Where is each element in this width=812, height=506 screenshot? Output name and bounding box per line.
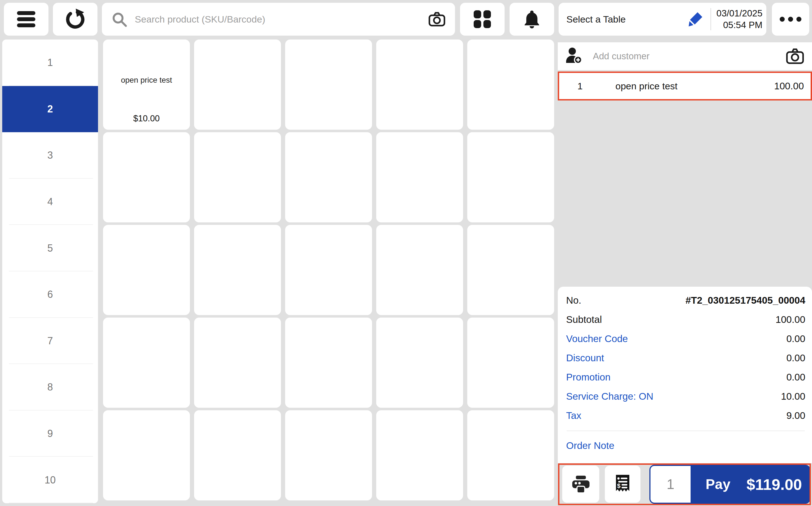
- table-selector[interactable]: Select a Table 03/01/2025 05:54 PM: [559, 3, 766, 35]
- empty-product-cell: [285, 132, 372, 223]
- promotion-link[interactable]: Promotion: [566, 371, 611, 383]
- date-text: 03/01/2025: [717, 8, 762, 18]
- time-text: 05:54 PM: [723, 20, 762, 30]
- print-button[interactable]: [562, 466, 599, 503]
- summary-row-tax: Tax 9.00: [566, 406, 805, 425]
- product-card[interactable]: open price test $10.00: [103, 39, 190, 130]
- notifications-button[interactable]: [510, 3, 554, 35]
- empty-product-cell: [103, 225, 190, 315]
- line-item-amount: 100.00: [774, 80, 811, 92]
- product-grid: open price test $10.00: [103, 39, 558, 500]
- voucher-value: 0.00: [786, 333, 805, 344]
- product-name: open price test: [103, 76, 190, 85]
- category-sidebar: 1 2 3 4 5 6 7 8 9 10: [2, 39, 98, 503]
- pay-amount[interactable]: $119.00: [747, 476, 802, 494]
- summary-row-no: No. #T2_030125175405_00004: [566, 290, 805, 310]
- empty-product-cell: [467, 318, 554, 408]
- order-note-link[interactable]: Order Note: [566, 440, 805, 451]
- empty-product-cell: [285, 225, 372, 315]
- order-summary: No. #T2_030125175405_00004 Subtotal 100.…: [558, 287, 812, 463]
- sidebar-item-3[interactable]: 3: [2, 132, 98, 179]
- more-options-button[interactable]: [772, 3, 809, 35]
- empty-product-cell: [285, 318, 372, 408]
- pay-button-label[interactable]: Pay: [706, 476, 730, 492]
- sidebar-item-9[interactable]: 9: [2, 411, 98, 457]
- summary-row-discount: Discount 0.00: [566, 348, 805, 367]
- summary-row-service-charge: Service Charge: ON 10.00: [566, 387, 805, 406]
- tax-value: 9.00: [786, 410, 805, 421]
- receipt-button[interactable]: $: [605, 466, 641, 503]
- refresh-button[interactable]: [53, 3, 97, 35]
- summary-row-promotion: Promotion 0.00: [566, 367, 805, 387]
- grid-icon: [474, 10, 491, 28]
- empty-product-cell: [285, 410, 372, 500]
- search-bar[interactable]: [102, 3, 455, 35]
- sidebar-item-10[interactable]: 10: [2, 457, 98, 503]
- voucher-code-link[interactable]: Voucher Code: [566, 333, 628, 344]
- empty-product-cell: [194, 132, 281, 223]
- line-item-name: open price test: [615, 81, 677, 92]
- empty-product-cell: [194, 318, 281, 408]
- summary-row-voucher: Voucher Code 0.00: [566, 329, 805, 348]
- empty-product-cell: [376, 39, 463, 130]
- hamburger-icon: [17, 11, 35, 27]
- line-item-qty: 1: [559, 81, 601, 92]
- empty-product-cell: [103, 410, 190, 500]
- empty-product-cell: [285, 39, 372, 130]
- datetime-display: 03/01/2025 05:54 PM: [713, 7, 762, 31]
- empty-product-cell: [194, 39, 281, 130]
- search-input[interactable]: [134, 14, 421, 25]
- service-charge-link[interactable]: Service Charge: ON: [566, 391, 653, 402]
- order-no-value: #T2_030125175405_00004: [685, 295, 805, 306]
- promotion-value: 0.00: [786, 371, 805, 383]
- menu-button[interactable]: [4, 3, 49, 35]
- add-customer-row[interactable]: Add customer: [558, 42, 812, 70]
- sidebar-item-1[interactable]: 1: [2, 39, 98, 86]
- layout-grid-button[interactable]: [460, 3, 505, 35]
- empty-product-cell: [376, 318, 463, 408]
- product-price: $10.00: [103, 113, 190, 123]
- empty-product-cell: [103, 318, 190, 408]
- divider: [710, 8, 711, 30]
- service-charge-value: 10.00: [781, 391, 805, 402]
- summary-row-subtotal: Subtotal 100.00: [566, 310, 805, 329]
- empty-product-cell: [194, 225, 281, 315]
- sidebar-item-8[interactable]: 8: [2, 364, 98, 411]
- select-table-label[interactable]: Select a Table: [567, 14, 626, 25]
- empty-product-cell: [467, 225, 554, 315]
- printer-icon: [571, 475, 591, 494]
- subtotal-value: 100.00: [776, 314, 805, 325]
- bell-icon: [523, 10, 540, 28]
- ellipsis-icon: [780, 16, 802, 22]
- pay-control: 1 Pay $119.00: [649, 465, 810, 504]
- receipt-icon: $: [614, 475, 631, 494]
- empty-product-cell: [103, 132, 190, 223]
- empty-product-cell: [467, 39, 554, 130]
- sidebar-item-6[interactable]: 6: [2, 271, 98, 318]
- discount-link[interactable]: Discount: [566, 352, 604, 363]
- empty-product-cell: [467, 132, 554, 223]
- empty-product-cell: [376, 410, 463, 500]
- sidebar-item-5[interactable]: 5: [2, 225, 98, 271]
- tax-link[interactable]: Tax: [566, 410, 581, 421]
- edit-pencil-icon[interactable]: [687, 11, 703, 27]
- svg-text:$: $: [617, 482, 620, 489]
- sidebar-item-4[interactable]: 4: [2, 179, 98, 225]
- empty-product-cell: [376, 132, 463, 223]
- sidebar-item-2-selected[interactable]: 2: [2, 86, 98, 133]
- discount-value: 0.00: [786, 352, 805, 363]
- add-customer-label: Add customer: [593, 51, 650, 62]
- pay-quantity-box[interactable]: 1: [651, 466, 690, 503]
- customer-camera-icon[interactable]: [786, 48, 804, 64]
- empty-product-cell: [467, 410, 554, 500]
- empty-product-cell: [194, 410, 281, 500]
- cart-line-item[interactable]: 1 open price test 100.00: [558, 72, 812, 100]
- sidebar-item-7[interactable]: 7: [2, 318, 98, 364]
- summary-divider: [567, 431, 805, 431]
- order-no-label: No.: [566, 295, 581, 306]
- search-icon: [112, 11, 127, 27]
- add-customer-icon: [566, 47, 584, 65]
- barcode-camera-icon[interactable]: [428, 12, 446, 27]
- empty-product-cell: [376, 225, 463, 315]
- subtotal-label: Subtotal: [566, 314, 602, 325]
